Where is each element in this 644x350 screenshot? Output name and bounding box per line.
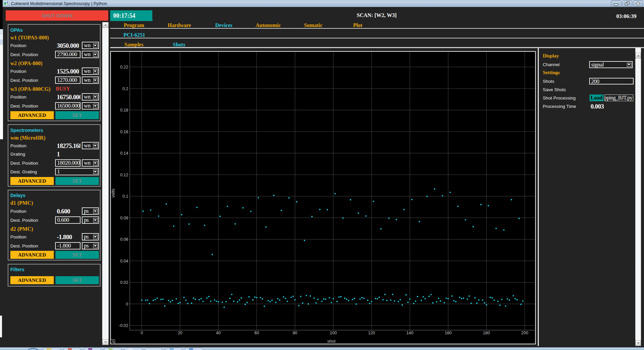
- svg-text:160: 160: [445, 331, 452, 335]
- svg-text:0.12: 0.12: [120, 173, 128, 177]
- svg-text:shot: shot: [327, 339, 336, 344]
- svg-text:100: 100: [330, 331, 337, 335]
- svg-text:0: 0: [141, 331, 143, 335]
- svg-text:20: 20: [178, 331, 182, 335]
- svg-text:120: 120: [368, 331, 375, 335]
- svg-text:volts: volts: [111, 188, 116, 197]
- svg-text:80: 80: [293, 331, 297, 335]
- svg-text:60: 60: [255, 331, 259, 335]
- svg-text:0.06: 0.06: [120, 237, 128, 242]
- svg-text:0.08: 0.08: [120, 216, 128, 220]
- svg-text:180: 180: [483, 331, 490, 335]
- svg-text:0.16: 0.16: [120, 130, 128, 134]
- svg-text:-0.02: -0.02: [119, 323, 129, 328]
- svg-text:0.02: 0.02: [120, 280, 128, 285]
- svg-text:140: 140: [407, 331, 414, 335]
- svg-text:40: 40: [216, 331, 221, 335]
- svg-text:0.18: 0.18: [120, 108, 128, 113]
- svg-text:0.2: 0.2: [123, 86, 128, 91]
- svg-text:0: 0: [126, 302, 128, 307]
- svg-text:0.1: 0.1: [123, 194, 128, 199]
- svg-text:0.22: 0.22: [120, 65, 128, 69]
- svg-text:0.14: 0.14: [120, 151, 128, 156]
- svg-text:A: A: [111, 339, 114, 344]
- svg-text:0.04: 0.04: [120, 259, 128, 264]
- svg-text:200: 200: [521, 331, 528, 335]
